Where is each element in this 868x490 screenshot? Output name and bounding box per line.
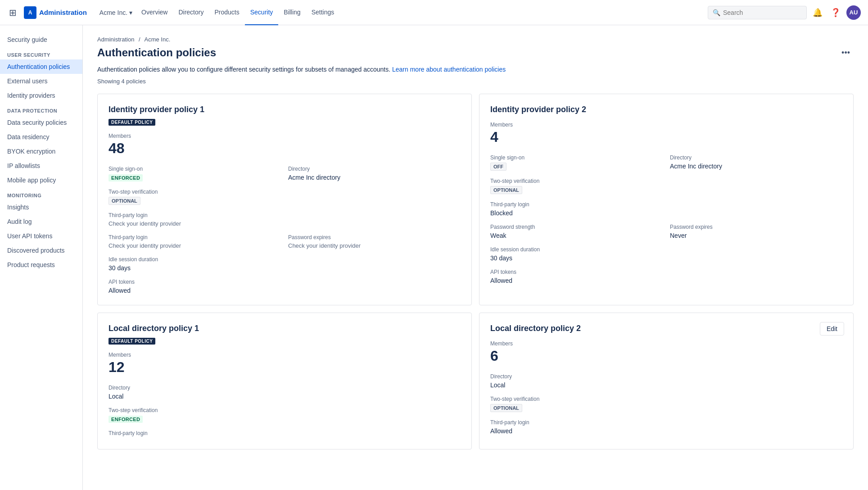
members-count-3: 12 (108, 359, 461, 376)
sidebar: Security guide User Security Authenticat… (0, 25, 83, 460)
policy-title-1: Identity provider policy 1 (108, 105, 461, 114)
optional-badge-2step-2: OPTIONAL (490, 186, 522, 194)
default-badge-1: DEFAULT POLICY (108, 119, 155, 126)
brand-label: Administration (39, 9, 87, 16)
sidebar-item-insights[interactable]: Insights (0, 200, 82, 214)
field-directory-3: Directory Local (108, 385, 281, 400)
field-api-tokens-2: API tokens Allowed (490, 269, 663, 284)
notifications-button[interactable]: 🔔 (810, 5, 825, 20)
search-icon: 🔍 (713, 9, 720, 16)
sidebar-item-auth-policies[interactable]: Authentication policies (0, 59, 82, 74)
members-count-1: 48 (108, 140, 461, 157)
sidebar-item-audit-log[interactable]: Audit log (0, 214, 82, 229)
field-directory: Directory Acme Inc directory (288, 166, 461, 181)
page-layout: Security guide User Security Authenticat… (0, 25, 868, 460)
breadcrumb-admin[interactable]: Administration (97, 36, 134, 43)
off-badge-sso: OFF (490, 163, 506, 171)
sidebar-item-discovered-products[interactable]: Discovered products (0, 243, 82, 258)
breadcrumb: Administration / Acme Inc. (97, 36, 854, 43)
field-directory-2: Directory Acme Inc directory (670, 154, 842, 171)
sidebar-item-ip-allowlists[interactable]: IP allowlists (0, 159, 82, 173)
field-3rdparty-4: Third-party login Allowed (490, 419, 663, 435)
nav-directory[interactable]: Directory (173, 0, 209, 25)
sidebar-section-data-protection: Data Protection (0, 103, 82, 115)
field-3rdparty-3: Third-party login (108, 430, 281, 438)
nav-products[interactable]: Products (209, 0, 244, 25)
enforced-badge-2step-3: ENFORCED (108, 416, 143, 423)
page-description: Authentication policies allow you to con… (97, 65, 854, 74)
sidebar-item-user-api-tokens[interactable]: User API tokens (0, 229, 82, 243)
members-count-4: 6 (490, 348, 842, 364)
field-directory-4: Directory Local (490, 373, 663, 389)
nav-settings[interactable]: Settings (306, 0, 340, 25)
sidebar-item-security-guide[interactable]: Security guide (0, 32, 82, 47)
nav-billing[interactable]: Billing (278, 0, 306, 25)
avatar[interactable]: AU (846, 5, 861, 20)
field-api-tokens-1: API tokens Allowed (108, 279, 281, 294)
policy-fields-3: Directory Local Two-step verification EN… (108, 385, 461, 438)
showing-count: Showing 4 policies (97, 78, 854, 85)
members-label-3: Members (108, 352, 461, 358)
policy-card-3: Local directory policy 1 DEFAULT POLICY … (97, 313, 472, 449)
field-pass-expires-2: Password expires Never (670, 224, 842, 239)
field-2step-3: Two-step verification ENFORCED (108, 407, 281, 423)
members-label-2: Members (490, 122, 842, 128)
org-name: Acme Inc. (99, 9, 127, 16)
breadcrumb-org[interactable]: Acme Inc. (145, 36, 171, 43)
org-selector[interactable]: Acme Inc. ▾ (99, 9, 132, 16)
sidebar-item-mobile-app[interactable]: Mobile app policy (0, 173, 82, 187)
field-3rdparty-login-1: Third-party login Check your identity pr… (108, 212, 281, 227)
topnav-right: 🔍 🔔 ❓ AU (708, 5, 861, 20)
default-badge-3: DEFAULT POLICY (108, 338, 155, 345)
help-button[interactable]: ❓ (828, 5, 843, 20)
field-idle-session-1: Idle session duration 30 days (108, 256, 281, 272)
field-sso-2: Single sign-on OFF (490, 154, 663, 171)
enforced-badge-sso: ENFORCED (108, 174, 143, 181)
search-box[interactable]: 🔍 (708, 6, 807, 19)
field-2step-4: Two-step verification OPTIONAL (490, 396, 663, 412)
more-options-button[interactable]: ••• (838, 46, 854, 59)
field-pass-strength-2: Password strength Weak (490, 224, 663, 239)
top-navigation: ⊞ A Administration Acme Inc. ▾ Overview … (0, 0, 868, 25)
field-sso: Single sign-on ENFORCED (108, 166, 281, 181)
policy-card-4: Local directory policy 2 Edit Members 6 … (479, 313, 854, 449)
members-label-1: Members (108, 133, 461, 139)
sidebar-item-data-security[interactable]: Data security policies (0, 115, 82, 130)
sidebar-item-identity-providers[interactable]: Identity providers (0, 88, 82, 103)
page-header: Authentication policies ••• (97, 46, 854, 59)
main-content: Administration / Acme Inc. Authenticatio… (83, 25, 868, 460)
atlassian-logo[interactable]: A Administration (24, 6, 87, 19)
members-label-4: Members (490, 340, 842, 347)
policy-title-4: Local directory policy 2 (490, 324, 842, 333)
field-2step: Two-step verification OPTIONAL (108, 189, 281, 205)
nav-overview[interactable]: Overview (136, 0, 173, 25)
nav-security[interactable]: Security (245, 0, 279, 25)
sidebar-item-data-residency[interactable]: Data residency (0, 130, 82, 144)
field-password-expires-1: Password expires Check your identity pro… (288, 234, 461, 249)
sidebar-item-byok[interactable]: BYOK encryption (0, 144, 82, 159)
page-title: Authentication policies (97, 46, 216, 59)
field-2step-2: Two-step verification OPTIONAL (490, 178, 663, 194)
policy-title-3: Local directory policy 1 (108, 324, 461, 333)
org-chevron-icon: ▾ (129, 9, 132, 16)
field-idle-session-2: Idle session duration 30 days (490, 246, 663, 262)
sidebar-item-product-requests[interactable]: Product requests (0, 258, 82, 272)
policy-card-1: Identity provider policy 1 DEFAULT POLIC… (97, 94, 472, 305)
atlassian-logo-icon: A (24, 6, 36, 19)
policy-card-2: Identity provider policy 2 Members 4 Sin… (479, 94, 854, 305)
optional-badge-2step-4: OPTIONAL (490, 404, 522, 412)
sidebar-section-user-security: User Security (0, 47, 82, 59)
members-count-2: 4 (490, 129, 842, 145)
sidebar-section-monitoring: Monitoring (0, 187, 82, 200)
policy-title-2: Identity provider policy 2 (490, 105, 842, 114)
edit-button-policy4[interactable]: Edit (820, 322, 844, 336)
policy-grid: Identity provider policy 1 DEFAULT POLIC… (97, 94, 854, 449)
policy-fields-2: Single sign-on OFF Directory Acme Inc di… (490, 154, 842, 284)
field-3rdparty-login-2: Third-party login Check your identity pr… (108, 234, 281, 249)
search-input[interactable] (723, 9, 802, 16)
learn-more-link[interactable]: Learn more about authentication policies (392, 66, 506, 73)
grid-icon[interactable]: ⊞ (7, 5, 18, 20)
optional-badge-2step: OPTIONAL (108, 197, 140, 205)
sidebar-item-external-users[interactable]: External users (0, 74, 82, 88)
policy-fields-4: Directory Local Two-step verification OP… (490, 373, 842, 435)
